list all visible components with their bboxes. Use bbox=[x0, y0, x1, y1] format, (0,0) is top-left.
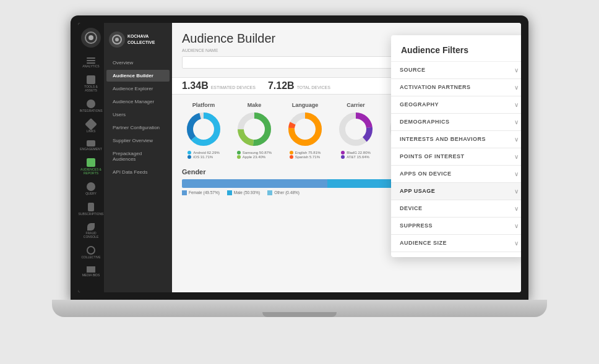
filter-demographics[interactable]: DEMOGRAPHICS ∨ bbox=[391, 114, 521, 131]
app-usage-chevron: ∨ bbox=[514, 188, 519, 195]
media-nav-icon[interactable]: MEDIA BIDS bbox=[78, 264, 104, 279]
nav-item-supplier-overview[interactable]: Supplier Overview bbox=[106, 135, 170, 146]
other-legend-color bbox=[267, 190, 272, 195]
make-donut bbox=[236, 111, 273, 148]
tools-nav-icon[interactable]: TOOLS & ASSETS bbox=[78, 73, 104, 95]
filter-suppress[interactable]: SUPPRESS ∨ bbox=[391, 218, 521, 235]
brand-icon bbox=[109, 32, 125, 48]
nav-item-api-feeds[interactable]: API Data Feeds bbox=[106, 166, 170, 178]
filter-interests[interactable]: INTERESTS AND BEHAVIORS ∨ bbox=[391, 131, 521, 148]
make-legend: Samsung 50.87% Apple 23.40% bbox=[237, 150, 272, 159]
suppress-chevron: ∨ bbox=[514, 222, 519, 229]
gender-female-bar bbox=[182, 179, 327, 188]
language-chart: Language English 75.81% Spanish 5.71% bbox=[283, 102, 327, 159]
engagement-nav-icon[interactable]: ENGAGEMENT bbox=[78, 138, 104, 153]
platform-legend: Android 62.29% iOS 31.71% bbox=[187, 150, 220, 159]
make-label: Make bbox=[248, 102, 262, 108]
app-logo bbox=[81, 28, 101, 48]
male-legend-color bbox=[227, 190, 232, 195]
poi-chevron: ∨ bbox=[514, 153, 519, 160]
fraud-nav-icon[interactable]: FRAUD CONSOLE bbox=[78, 221, 104, 241]
brand-area: KOCHAVA COLLECTIVE bbox=[104, 28, 172, 51]
integrations-nav-icon[interactable]: INTEGRATIONS bbox=[78, 97, 104, 115]
audience-filters-panel: Audience Filters SOURCE ∨ ACTIVATION PAR… bbox=[391, 35, 521, 257]
carrier-donut bbox=[337, 111, 374, 148]
nav-item-partner-config[interactable]: Partner Configuration bbox=[106, 122, 170, 133]
estimated-devices-stat: 1.34B ESTIMATED DEVICES bbox=[182, 80, 256, 91]
estimated-devices-label: ESTIMATED DEVICES bbox=[211, 85, 256, 90]
nav-item-users[interactable]: Users bbox=[106, 109, 170, 121]
total-devices-stat: 7.12B TOTAL DEVICES bbox=[268, 80, 330, 91]
collective-nav-icon[interactable]: COLLECTIVE bbox=[78, 243, 104, 261]
filter-device[interactable]: DEVICE ∨ bbox=[391, 200, 521, 218]
audience-size-chevron: ∨ bbox=[514, 240, 519, 247]
filter-source[interactable]: SOURCE ∨ bbox=[391, 62, 521, 79]
laptop-base bbox=[52, 300, 547, 317]
links-nav-icon[interactable]: LINKS bbox=[78, 117, 104, 135]
language-label: Language bbox=[292, 102, 319, 108]
nav-item-audience-manager[interactable]: Audience Manager bbox=[106, 96, 170, 108]
platform-donut bbox=[185, 111, 222, 148]
filter-activation-partners[interactable]: ACTIVATION PARTNERS ∨ bbox=[391, 79, 521, 96]
filter-points-of-interest[interactable]: POINTS OF INTEREST ∨ bbox=[391, 148, 521, 166]
source-chevron: ∨ bbox=[514, 67, 519, 74]
carrier-chart: Carrier BladG 22.80% AT&T 15.64% bbox=[334, 102, 377, 159]
carrier-legend: BladG 22.80% AT&T 15.64% bbox=[341, 150, 371, 159]
sidebar-narrow: ANALYTICS TOOLS & ASSETS INTEGRATIONS LI… bbox=[78, 23, 104, 292]
device-chevron: ∨ bbox=[514, 205, 519, 212]
query-nav-icon[interactable]: QUERY bbox=[78, 180, 104, 198]
make-chart: Make Samsung 50.87% Apple 23.40% bbox=[233, 102, 276, 159]
filter-app-usage[interactable]: APP USAGE ∨ bbox=[391, 183, 521, 200]
apps-chevron: ∨ bbox=[514, 171, 519, 177]
total-devices-label: TOTAL DEVICES bbox=[297, 85, 330, 90]
language-donut bbox=[287, 111, 324, 148]
filter-audience-size[interactable]: AUDIENCE SIZE ∨ bbox=[391, 235, 521, 252]
activation-chevron: ∨ bbox=[514, 84, 519, 91]
platform-chart: Platform Android 62.29% iOS 31.71% bbox=[182, 102, 225, 159]
brand-text: KOCHAVA COLLECTIVE bbox=[127, 33, 155, 44]
analytics-nav-icon[interactable]: ANALYTICS bbox=[78, 55, 104, 70]
carrier-label: Carrier bbox=[347, 102, 365, 108]
female-legend-color bbox=[182, 190, 187, 195]
nav-item-prepackaged[interactable]: Prepackaged Audiences bbox=[106, 148, 170, 165]
audiences-nav-icon[interactable]: AUDIENCES & REPORTS bbox=[78, 156, 104, 177]
sidebar-nav: KOCHAVA COLLECTIVE Overview Audience Bui… bbox=[104, 23, 172, 292]
laptop-screen-border: ANALYTICS TOOLS & ASSETS INTEGRATIONS LI… bbox=[71, 15, 528, 300]
platform-label: Platform bbox=[192, 102, 215, 108]
language-legend: English 75.81% Spanish 5.71% bbox=[290, 150, 321, 159]
nav-item-audience-explorer[interactable]: Audience Explorer bbox=[106, 83, 170, 95]
laptop-wrapper: ANALYTICS TOOLS & ASSETS INTEGRATIONS LI… bbox=[33, 15, 566, 349]
nav-item-audience-builder[interactable]: Audience Builder bbox=[106, 70, 170, 82]
subscriptions-nav-icon[interactable]: SUBSCRIPTIONS bbox=[78, 200, 104, 218]
demographics-chevron: ∨ bbox=[514, 119, 519, 125]
geography-chevron: ∨ bbox=[514, 101, 519, 108]
filter-apps-on-device[interactable]: APPS ON DEVICE ∨ bbox=[391, 166, 521, 183]
filter-geography[interactable]: GEOGRAPHY ∨ bbox=[391, 96, 521, 114]
total-devices-value: 7.12B bbox=[268, 80, 295, 91]
estimated-devices-value: 1.34B bbox=[182, 80, 209, 91]
laptop-screen: ANALYTICS TOOLS & ASSETS INTEGRATIONS LI… bbox=[78, 23, 521, 292]
filters-title: Audience Filters bbox=[391, 45, 521, 62]
nav-item-overview[interactable]: Overview bbox=[106, 57, 170, 69]
interests-chevron: ∨ bbox=[514, 136, 519, 143]
